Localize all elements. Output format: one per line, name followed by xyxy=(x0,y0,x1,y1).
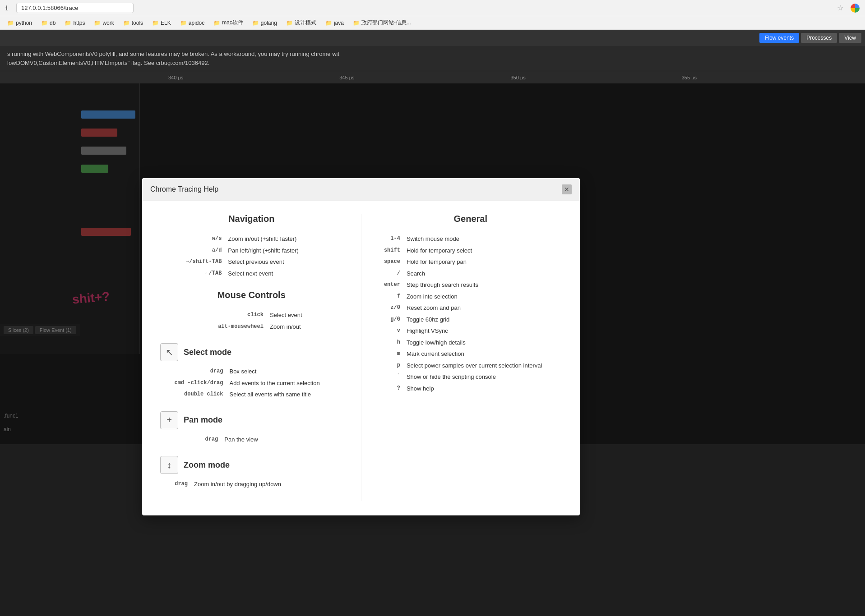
ruler-mark: 340 μs xyxy=(90,75,261,80)
mode-title: Select mode xyxy=(184,348,231,357)
desc-cell: Pan the view xyxy=(222,434,342,446)
timeline-ruler: 340 μs345 μs350 μs355 μs xyxy=(0,71,865,83)
table-row: cmd -click/dragAdd events to the current… xyxy=(160,377,343,389)
general-table: 1-4Switch mouse modeshiftHold for tempor… xyxy=(379,233,562,394)
folder-icon: 📁 xyxy=(152,20,159,26)
warning-line2: lowDOMV0,CustomElementsV0,HTMLImports" f… xyxy=(7,59,858,68)
desc-cell: Zoom in/out xyxy=(268,321,343,333)
key-cell: ←/TAB xyxy=(160,268,226,280)
bookmark-item[interactable]: 📁python xyxy=(4,19,36,27)
mode-icon: + xyxy=(160,411,178,429)
warning-banner: s running with WebComponentsV0 polyfill,… xyxy=(0,46,865,71)
mode-table: dragZoom in/out by dragging up/down xyxy=(160,478,343,490)
desc-cell: Zoom in/out (+shift: faster) xyxy=(226,233,342,245)
bookmark-item[interactable]: 📁golang xyxy=(249,19,281,27)
desc-cell: Show help xyxy=(405,383,562,395)
folder-icon: 📁 xyxy=(213,20,220,26)
modal-close-button[interactable]: ✕ xyxy=(562,184,572,194)
bookmark-star-icon[interactable]: ☆ xyxy=(837,4,843,12)
desc-cell: Mark current selection xyxy=(405,348,562,360)
table-row: dragBox select xyxy=(160,366,343,377)
key-cell: p xyxy=(379,360,405,372)
modal-overlay[interactable]: Chrome Tracing Help ✕ Navigation w/sZoom… xyxy=(0,83,865,444)
desc-cell: Hold for temporary pan xyxy=(405,256,562,268)
table-row: pSelect power samples over current selec… xyxy=(379,360,562,372)
bookmark-label: 设计模式 xyxy=(295,19,316,27)
header-btn-processes[interactable]: Processes xyxy=(801,33,837,43)
bookmark-item[interactable]: 📁ELK xyxy=(148,19,175,27)
key-cell: h xyxy=(379,337,405,349)
desc-cell: Pan left/right (+shift: faster) xyxy=(226,245,342,257)
info-icon: ℹ xyxy=(5,5,13,12)
chrome-icon xyxy=(851,4,860,13)
bookmark-item[interactable]: 📁work xyxy=(90,19,117,27)
table-row: w/sZoom in/out (+shift: faster) xyxy=(160,233,343,245)
bookmark-label: mac软件 xyxy=(222,19,243,27)
key-cell: m xyxy=(379,348,405,360)
table-row: a/dPan left/right (+shift: faster) xyxy=(160,245,343,257)
folder-icon: 📁 xyxy=(65,20,71,26)
modal-body: Navigation w/sZoom in/out (+shift: faste… xyxy=(142,201,580,515)
key-cell: v xyxy=(379,325,405,337)
table-row: shiftHold for temporary select xyxy=(379,245,562,257)
help-right-column: General 1-4Switch mouse modeshiftHold fo… xyxy=(361,214,562,501)
bookmark-item[interactable]: 📁apidoc xyxy=(176,19,208,27)
folder-icon: 📁 xyxy=(7,20,14,26)
key-cell: double click xyxy=(160,389,227,400)
bookmark-label: db xyxy=(50,20,56,26)
help-modal: Chrome Tracing Help ✕ Navigation w/sZoom… xyxy=(142,178,580,515)
bookmark-item[interactable]: 📁设计模式 xyxy=(282,18,320,28)
header-btn-flow-events[interactable]: Flow events xyxy=(759,33,799,43)
key-cell: click xyxy=(160,309,268,321)
bookmark-item[interactable]: 📁mac软件 xyxy=(210,18,247,28)
key-cell: drag xyxy=(160,478,192,490)
bookmark-label: apidoc xyxy=(189,20,204,26)
mode-block: +Pan modedragPan the view xyxy=(160,411,343,446)
desc-cell: Select previous event xyxy=(226,256,342,268)
table-row: double clickSelect all events with same … xyxy=(160,389,343,400)
desc-cell: Zoom into selection xyxy=(405,291,562,303)
table-row: spaceHold for temporary pan xyxy=(379,256,562,268)
table-row: `Show or hide the scripting console xyxy=(379,371,562,383)
folder-icon: 📁 xyxy=(353,20,360,26)
bookmark-item[interactable]: 📁tools xyxy=(120,19,147,27)
desc-cell: Add events to the current selection xyxy=(227,377,342,389)
folder-icon: 📁 xyxy=(325,20,332,26)
desc-cell: Toggle 60hz grid xyxy=(405,314,562,326)
mode-title: Pan mode xyxy=(184,415,222,425)
bookmark-label: python xyxy=(16,20,32,26)
table-row: g/GToggle 60hz grid xyxy=(379,314,562,326)
bookmark-item[interactable]: 📁https xyxy=(61,19,88,27)
table-row: alt-mousewheelZoom in/out xyxy=(160,321,343,333)
mode-block: ↕Zoom modedragZoom in/out by dragging up… xyxy=(160,456,343,490)
key-cell: drag xyxy=(160,434,222,446)
ruler-mark: 350 μs xyxy=(433,75,604,80)
folder-icon: 📁 xyxy=(123,20,130,26)
mode-block: ↖Select modedragBox selectcmd -click/dra… xyxy=(160,343,343,400)
bookmark-item[interactable]: 📁java xyxy=(322,19,347,27)
desc-cell: Highlight VSync xyxy=(405,325,562,337)
desc-cell: Step through search results xyxy=(405,279,562,291)
address-bar[interactable]: 127.0.0.1:58066/trace xyxy=(16,3,134,13)
mode-header: ↕Zoom mode xyxy=(160,456,343,474)
bookmark-label: https xyxy=(73,20,85,26)
bookmark-item[interactable]: 📁政府部门网站-信息... xyxy=(349,18,415,28)
table-row: ←/TABSelect next event xyxy=(160,268,343,280)
key-cell: ` xyxy=(379,371,405,383)
table-row: 1-4Switch mouse mode xyxy=(379,233,562,245)
bookmark-label: work xyxy=(102,20,114,26)
mode-header: ↖Select mode xyxy=(160,343,343,361)
key-cell: / xyxy=(379,268,405,280)
key-cell: shift xyxy=(379,245,405,257)
bookmark-label: golang xyxy=(261,20,277,26)
mode-icon: ↕ xyxy=(160,456,178,474)
bookmark-item[interactable]: 📁db xyxy=(37,19,59,27)
bookmark-label: 政府部门网站-信息... xyxy=(361,19,411,27)
table-row: clickSelect event xyxy=(160,309,343,321)
header-btn-view[interactable]: View xyxy=(839,33,861,43)
key-cell: →/shift-TAB xyxy=(160,256,226,268)
modal-header: Chrome Tracing Help ✕ xyxy=(142,178,580,201)
mode-title: Zoom mode xyxy=(184,460,230,470)
table-row: hToggle low/high details xyxy=(379,337,562,349)
key-cell: z/0 xyxy=(379,302,405,314)
